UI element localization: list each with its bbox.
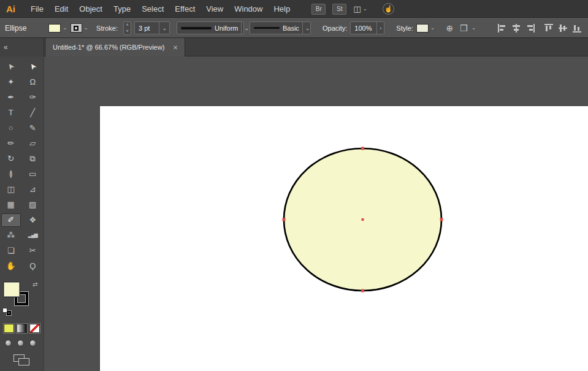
line-segment-tool[interactable]: ╱ xyxy=(23,106,42,120)
magic-wand-icon: ✦ xyxy=(7,77,14,86)
ellipse-icon: ○ xyxy=(9,123,13,132)
opacity-field[interactable]: 100% › xyxy=(350,21,384,34)
none-button[interactable] xyxy=(29,324,40,333)
document-arrange-control[interactable]: ❒ ⌄ xyxy=(458,23,476,33)
slice-tool[interactable]: ✂ xyxy=(23,244,42,258)
pen-icon: ✒ xyxy=(7,93,14,102)
align-center-button[interactable] xyxy=(511,23,521,33)
eraser-tool[interactable]: ▱ xyxy=(23,137,42,150)
fill-indicator[interactable] xyxy=(4,282,20,297)
center-point[interactable] xyxy=(362,218,364,221)
draw-normal-button[interactable] xyxy=(5,340,12,346)
free-transform-tool[interactable]: ▭ xyxy=(23,167,42,181)
stepper-down-icon[interactable]: ˅ xyxy=(124,28,131,34)
hand-tool[interactable]: ✋ xyxy=(1,259,21,273)
style-swatch[interactable] xyxy=(416,24,429,33)
artboard-tool[interactable]: ❏ xyxy=(1,244,21,258)
brush-select[interactable]: Basic ⌄ xyxy=(250,21,311,34)
symbol-sprayer-tool[interactable]: ⁂ xyxy=(1,229,21,242)
screen-mode-button[interactable] xyxy=(13,354,31,366)
pen-tool[interactable]: ✒ xyxy=(1,91,21,104)
menu-select[interactable]: Select xyxy=(136,4,169,13)
close-tab-icon[interactable]: × xyxy=(173,43,178,52)
stroke-color-control[interactable]: ⌄ xyxy=(71,23,89,33)
type-tool[interactable]: T xyxy=(1,106,21,120)
column-graph-tool[interactable]: ▂▄▆ xyxy=(23,229,42,242)
artboard[interactable] xyxy=(100,106,588,371)
align-bottom-button[interactable] xyxy=(572,23,582,33)
chevron-down-icon: ⌄ xyxy=(63,25,67,31)
document-tab-title: Untitled-1* @ 66.67% (RGB/Preview) xyxy=(53,44,164,51)
anchor-top[interactable] xyxy=(361,147,364,150)
rotate-tool[interactable]: ↻ xyxy=(1,152,21,166)
eyedropper-tool[interactable]: ✐ xyxy=(1,213,21,227)
gradient-tool[interactable]: ▨ xyxy=(23,198,42,212)
gradient-button[interactable] xyxy=(17,324,27,333)
blend-tool[interactable]: ❖ xyxy=(23,213,42,227)
anchor-right[interactable] xyxy=(440,218,443,221)
globe-icon[interactable]: ⊕ xyxy=(444,23,455,33)
menu-effect[interactable]: Effect xyxy=(169,4,200,13)
shaper-tool[interactable]: ✏ xyxy=(1,137,21,150)
chevron-down-icon[interactable]: ⌄ xyxy=(159,22,169,34)
bridge-button[interactable]: Br xyxy=(311,4,326,15)
paintbrush-tool[interactable]: ✎ xyxy=(23,121,42,135)
opacity-label: Opacity: xyxy=(323,25,347,32)
menu-file[interactable]: File xyxy=(25,4,49,13)
control-bar: Ellipse ⌄ ⌄ Stroke: ˄ ˅ 3 pt ⌄ Uniform ⌄… xyxy=(0,18,588,38)
anchor-bottom[interactable] xyxy=(361,289,364,293)
fill-swatch[interactable] xyxy=(48,24,61,33)
fill-stroke-indicator: ⇄ xyxy=(0,281,44,321)
collapse-panels-icon[interactable]: « xyxy=(4,43,8,52)
stepper-up-icon[interactable]: ˄ xyxy=(124,22,131,28)
direct-selection-tool[interactable]: ➤ xyxy=(23,60,42,74)
menu-help[interactable]: Help xyxy=(268,4,296,13)
touch-workspace-icon[interactable]: ☝ xyxy=(383,3,394,15)
stroke-weight-stepper[interactable]: ˄ ˅ xyxy=(123,21,131,35)
menu-view[interactable]: View xyxy=(200,4,229,13)
shape-builder-icon: ◫ xyxy=(7,185,15,194)
stroke-weight-select[interactable]: 3 pt ⌄ xyxy=(134,21,170,34)
zoom-tool[interactable]: Ϙ xyxy=(23,259,42,273)
eraser-icon: ▱ xyxy=(29,139,36,148)
draw-inside-button[interactable] xyxy=(29,340,36,346)
menu-object[interactable]: Object xyxy=(74,4,108,13)
mesh-tool[interactable]: ▦ xyxy=(1,198,21,212)
curvature-tool[interactable]: ✑ xyxy=(23,91,42,104)
chevron-down-icon[interactable]: ⌄ xyxy=(302,22,313,34)
scale-tool[interactable]: ⧉ xyxy=(23,152,42,166)
ellipse-tool[interactable]: ○ xyxy=(1,121,21,135)
align-left-button[interactable] xyxy=(497,23,507,33)
width-profile-select[interactable]: Uniform ⌄ xyxy=(177,21,244,34)
workspace-switcher[interactable]: ◫ ⌄ xyxy=(353,4,367,13)
chevron-right-icon[interactable]: › xyxy=(376,22,384,34)
default-fill-stroke-icon[interactable] xyxy=(2,308,13,318)
magic-wand-tool[interactable]: ✦ xyxy=(1,75,21,89)
vertical-align-group xyxy=(544,23,582,33)
align-top-button[interactable] xyxy=(544,23,554,33)
stroke-ring-icon xyxy=(74,26,78,31)
anchor-left[interactable] xyxy=(283,218,286,221)
menu-edit[interactable]: Edit xyxy=(49,4,74,13)
shape-builder-tool[interactable]: ◫ xyxy=(1,183,21,196)
default-fill-icon xyxy=(2,308,7,313)
selection-tool[interactable]: ➤ xyxy=(1,60,21,74)
lasso-tool[interactable]: Ω xyxy=(23,75,42,89)
menu-window[interactable]: Window xyxy=(229,4,268,13)
style-select[interactable]: ⌄ xyxy=(416,24,435,33)
document-tab[interactable]: Untitled-1* @ 66.67% (RGB/Preview) × xyxy=(46,38,185,56)
lasso-icon: Ω xyxy=(29,77,36,86)
swap-fill-stroke-icon[interactable]: ⇄ xyxy=(32,281,37,288)
color-button[interactable] xyxy=(4,324,14,333)
align-middle-button[interactable] xyxy=(558,23,568,33)
perspective-grid-tool[interactable]: ⊿ xyxy=(23,183,42,196)
align-right-button[interactable] xyxy=(525,23,535,33)
menu-type[interactable]: Type xyxy=(108,4,136,13)
stock-button[interactable]: St xyxy=(332,4,346,15)
canvas-area[interactable] xyxy=(44,56,588,371)
selection-tool-icon: ➤ xyxy=(5,61,17,72)
draw-behind-button[interactable] xyxy=(17,340,24,346)
fill-color-control[interactable]: ⌄ xyxy=(48,24,67,33)
stroke-swatch[interactable] xyxy=(71,23,82,33)
width-tool[interactable]: ≬ xyxy=(1,167,21,181)
